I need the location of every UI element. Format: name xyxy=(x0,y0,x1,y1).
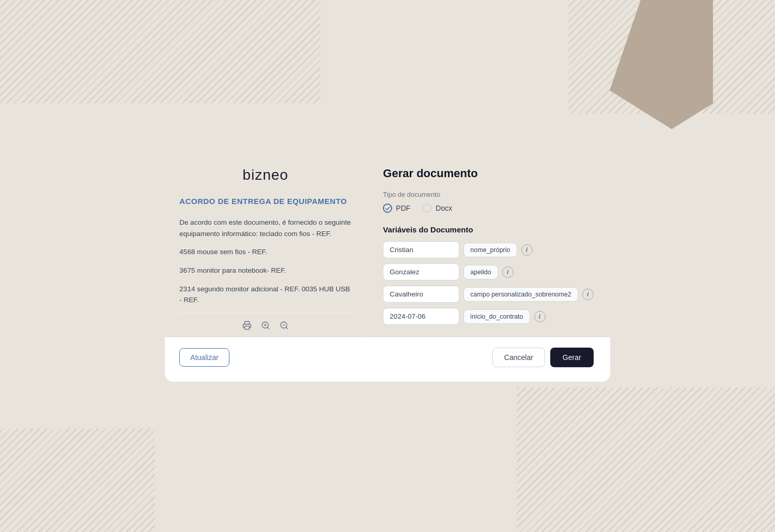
brand-logo: bizneo xyxy=(243,167,289,183)
variable-row-2: campo personalizado_sobrenome2 i xyxy=(383,286,593,303)
doc-type-section: Tipo de documento PDF Do xyxy=(383,191,593,213)
modal-right-panel: Gerar documento Tipo de documento PDF xyxy=(366,150,610,337)
doc-type-label: Tipo de documento xyxy=(383,191,593,198)
variable-tag-0: nome_próprio xyxy=(463,243,517,257)
variable-tag-1: apelido xyxy=(463,265,498,279)
svg-line-6 xyxy=(286,327,287,328)
variables-section-title: Variáveis do Documento xyxy=(383,225,593,234)
radio-docx-circle xyxy=(423,204,432,213)
bg-stripe-bottomright xyxy=(517,387,775,532)
variable-info-icon-0[interactable]: i xyxy=(521,244,533,256)
modal-body: bizneo ACORDO DE ENTREGA DE EQUIPAMENTO … xyxy=(165,150,610,337)
doc-paragraph-3: 3675 monitor para notebook- REF. xyxy=(179,265,351,276)
cancel-button[interactable]: Cancelar xyxy=(492,348,545,367)
radio-docx-label: Docx xyxy=(436,204,452,212)
footer-left: Atualizar xyxy=(179,348,229,367)
variable-row-3: início_do_contrato i xyxy=(383,308,593,325)
radio-pdf-label: PDF xyxy=(396,204,410,212)
doc-paragraph-4: 2314 segundo monitor adicional - REF. 00… xyxy=(179,284,351,306)
update-button[interactable]: Atualizar xyxy=(179,348,229,367)
zoom-in-icon[interactable] xyxy=(261,321,270,330)
document-content: De acordo com este documento, é fornecid… xyxy=(179,217,351,313)
variable-tag-2: campo personalizado_sobrenome2 xyxy=(463,287,578,302)
doc-paragraph-2: 4568 mouse sem fios - REF. xyxy=(179,246,351,258)
modal-left-panel: bizneo ACORDO DE ENTREGA DE EQUIPAMENTO … xyxy=(165,150,366,337)
variables-grid: nome_próprio i apelido i campo personali… xyxy=(383,241,593,325)
bg-stripe-bottomleft xyxy=(0,429,155,532)
svg-line-2 xyxy=(267,327,269,328)
radio-pdf-circle xyxy=(383,204,392,213)
variable-row-0: nome_próprio i xyxy=(383,241,593,258)
doc-type-radio-group: PDF Docx xyxy=(383,204,593,213)
variable-input-2[interactable] xyxy=(383,286,459,303)
panel-title: Gerar documento xyxy=(383,167,593,180)
modal: bizneo ACORDO DE ENTREGA DE EQUIPAMENTO … xyxy=(165,150,610,382)
variable-input-0[interactable] xyxy=(383,241,459,258)
generate-button[interactable]: Gerar xyxy=(550,348,594,367)
modal-footer: Atualizar Cancelar Gerar xyxy=(165,337,610,382)
modal-overlay: bizneo ACORDO DE ENTREGA DE EQUIPAMENTO … xyxy=(165,150,610,382)
doc-paragraph-1: De acordo com este documento, é fornecid… xyxy=(179,217,351,239)
variable-input-1[interactable] xyxy=(383,263,459,280)
footer-right: Cancelar Gerar xyxy=(492,348,594,367)
print-icon[interactable] xyxy=(242,321,252,330)
variable-info-icon-1[interactable]: i xyxy=(502,267,514,278)
document-toolbar xyxy=(179,313,351,337)
logo-area: bizneo xyxy=(179,167,351,183)
document-title: ACORDO DE ENTREGA DE EQUIPAMENTO xyxy=(179,196,351,207)
variable-row-1: apelido i xyxy=(383,263,593,280)
radio-pdf[interactable]: PDF xyxy=(383,204,410,213)
variable-input-3[interactable] xyxy=(383,308,459,325)
variable-tag-3: início_do_contrato xyxy=(463,309,530,324)
zoom-out-icon[interactable] xyxy=(280,321,289,330)
svg-rect-0 xyxy=(244,326,249,329)
variable-info-icon-3[interactable]: i xyxy=(534,311,546,322)
radio-docx[interactable]: Docx xyxy=(423,204,452,213)
bg-stripe-topleft xyxy=(0,0,320,103)
variable-info-icon-2[interactable]: i xyxy=(582,289,594,300)
